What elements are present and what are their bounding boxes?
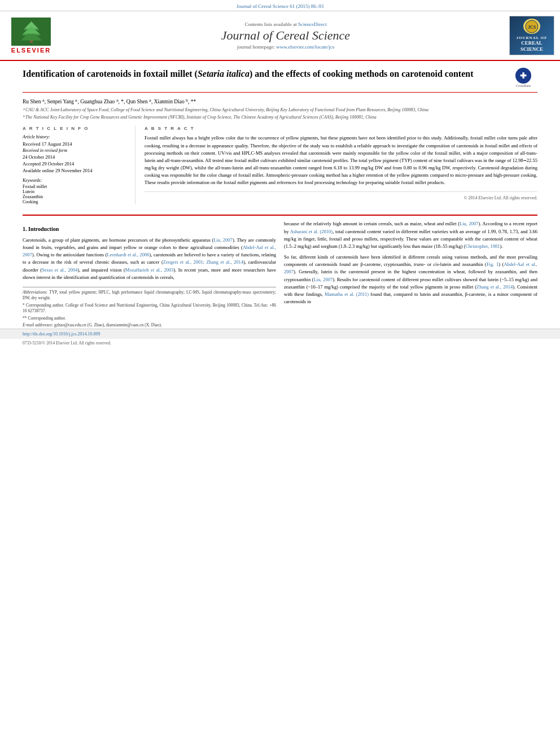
title-italic: Setaria italica	[198, 69, 250, 78]
authors: Ru Shen ᵃ, Senpei Yang ᵃ, Guanghua Zhao …	[23, 98, 537, 104]
accepted-date: Accepted 29 October 2014	[23, 161, 128, 167]
doi-link[interactable]: http://dx.doi.org/10.1016/j.jcs.2014.10.…	[23, 331, 100, 337]
article-history: Article history: Received 17 August 2014…	[23, 134, 128, 173]
abstract-label: A B S T R A C T	[145, 126, 537, 131]
ref-liu2007-3: Liu, 2007	[314, 277, 333, 282]
emails: gzhao@cau.edu.cn	[54, 322, 86, 327]
abbrev-text: TYP, total yellow pigment; HPLC, high pe…	[23, 290, 276, 301]
body-col1-para1: Carotenoids, a group of plant pigments, …	[23, 237, 276, 281]
crossmark: ✚ CrossMark	[509, 68, 537, 88]
abstract-col: A B S T R A C T Foxtail millet always ha…	[145, 126, 537, 204]
ref-abdel2007-1: Abdel-Aal et al., 2007	[23, 244, 276, 257]
ref-asharani2010: Asharani et al. (2010)	[290, 229, 333, 234]
body-section: 1. Introduction Carotenoids, a group of …	[0, 220, 560, 329]
journal-logo-circle: JCS	[523, 19, 540, 34]
ref-zee2001: Zeegers et al., 2001; Zhang et al., 2014	[163, 259, 243, 265]
keyword-3: Zeaxanthin	[23, 194, 128, 199]
email2: dianxianmin@caas.cn	[106, 322, 143, 327]
received-revised-label: Received in revised form	[23, 148, 128, 153]
keyword-2: Lutein	[23, 189, 128, 194]
body-col-right: because of the relatively high amount in…	[284, 220, 537, 329]
homepage-url[interactable]: www.elsevier.com/locate/jcs	[276, 44, 334, 50]
ref-mozaf2003: Mozaffarieh et al., 2003	[125, 267, 174, 273]
ref-abdel2007-2: Abdel-Aal et al., 2007	[284, 261, 537, 274]
abbreviations: Abbreviations: TYP, total yellow pigment…	[23, 290, 276, 302]
elsevier-brand-text: ELSEVIER	[11, 47, 51, 54]
received-date: Received 17 August 2014	[23, 141, 128, 147]
affil-a: ᵃ CAU & ACC Joint-Laboratory of Space Fo…	[23, 107, 537, 113]
article-info-col: A R T I C L E I N F O Article history: R…	[23, 126, 135, 204]
top-bar: Journal of Cereal Science 61 (2015) 86–9…	[0, 0, 560, 11]
email-label: E-mail addresses:	[23, 322, 53, 327]
two-col-section: A R T I C L E I N F O Article history: R…	[23, 126, 537, 204]
section-divider	[23, 215, 537, 216]
title-part2: ) and the effects of cooking methods on …	[250, 69, 474, 78]
contents-line: Contents lists available at ScienceDirec…	[62, 21, 509, 27]
keyword-1: Foxtail millet	[23, 184, 128, 189]
affiliations: ᵃ CAU & ACC Joint-Laboratory of Space Fo…	[23, 107, 537, 120]
ref-fig1: Fig. 1	[487, 261, 498, 267]
journal-homepage: journal homepage: www.elsevier.com/locat…	[62, 44, 509, 50]
ref-zhang2014: Zhang et al., 2014	[476, 284, 513, 290]
doi-bar: http://dx.doi.org/10.1016/j.jcs.2014.10.…	[0, 329, 560, 339]
body-col2-para1: because of the relatively high amount in…	[284, 220, 537, 250]
keywords-section: Keywords: Foxtail millet Lutein Zeaxanth…	[23, 178, 128, 204]
issn-text: 0733-5210/© 2014 Elsevier Ltd. All right…	[23, 340, 111, 346]
footnote-section: Abbreviations: TYP, total yellow pigment…	[23, 287, 276, 329]
history-label: Article history:	[23, 134, 128, 139]
corresponding1: * Corresponding author. College of Food …	[23, 303, 276, 314]
journal-title-header: Journal of Cereal Science	[62, 28, 509, 43]
journal-logo-text-main: CEREAL SCIENCE	[520, 40, 543, 53]
section1-heading: 1. Introduction	[23, 225, 276, 234]
article-title: Identification of carotenoids in foxtail…	[23, 68, 473, 80]
available-date: Available online 29 November 2014	[23, 168, 128, 173]
copyright-text: © 2014 Elsevier Ltd. All rights reserved…	[145, 191, 537, 200]
ref-sesso2004: Sesso et al., 2004	[42, 267, 77, 273]
title-part1: Identification of carotenoids in foxtail…	[23, 69, 198, 78]
abstract-text: Foxtail millet always has a bright yello…	[145, 134, 537, 186]
ref-liu2007-2: Liu, 2007	[460, 221, 478, 226]
affil-b: ᵇ The National Key Facility for Crop Gen…	[23, 114, 537, 120]
corresponding2: ** Corresponding author.	[23, 316, 276, 322]
keywords-label: Keywords:	[23, 178, 128, 183]
body-col2-para2: So far, different kinds of carotenoids h…	[284, 254, 537, 305]
header: ELSEVIER Contents lists available at Sci…	[0, 11, 560, 61]
journal-reference: Journal of Cereal Science 61 (2015) 86–9…	[237, 3, 323, 9]
crossmark-circle: ✚	[515, 68, 531, 84]
crossmark-label: CrossMark	[516, 84, 531, 88]
body-col-left: 1. Introduction Carotenoids, a group of …	[23, 220, 276, 329]
journal-logo-text-top: Journal of	[517, 36, 548, 40]
ref-christopher1981: Christopher, 1981	[465, 243, 500, 249]
header-center: Contents lists available at ScienceDirec…	[62, 21, 509, 50]
svg-text:JCS: JCS	[528, 25, 536, 30]
article-title-section: Identification of carotenoids in foxtail…	[23, 68, 537, 93]
keyword-4: Cooking	[23, 199, 128, 204]
science-direct-link[interactable]: ScienceDirect	[298, 21, 326, 27]
bottom-bar: 0733-5210/© 2014 Elsevier Ltd. All right…	[0, 339, 560, 347]
elsevier-logo: ELSEVIER	[6, 18, 56, 54]
journal-logo-right: JCS Journal of CEREAL SCIENCE	[509, 16, 554, 55]
article-info-label: A R T I C L E I N F O	[23, 126, 128, 131]
email-section: E-mail addresses: gzhao@cau.edu.cn (G. Z…	[23, 322, 276, 329]
ref-mamatha2011: Mamatha et al. (2011)	[325, 291, 369, 297]
main-content: Identification of carotenoids in foxtail…	[0, 61, 560, 210]
ref-liu2007-1: Liu, 2007	[213, 237, 233, 243]
ref-leen2006: Leenhardt et al., 2006	[107, 252, 149, 257]
received-revised-date: 24 October 2014	[23, 154, 128, 160]
abbrev-label: Abbreviations:	[23, 290, 47, 295]
